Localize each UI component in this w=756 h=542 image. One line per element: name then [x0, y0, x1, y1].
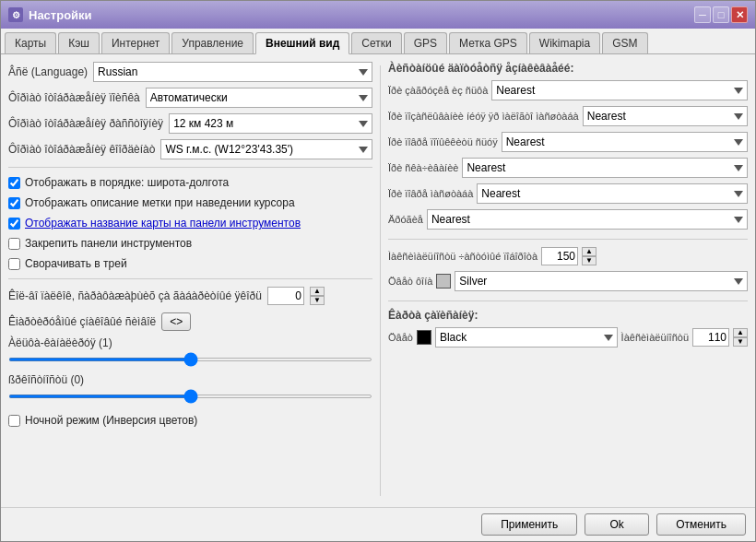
- bg-color-swatch: [436, 274, 451, 289]
- tab-internet[interactable]: Интернет: [101, 32, 170, 53]
- tab-upravlenie[interactable]: Управление: [171, 32, 254, 53]
- bg-color-select[interactable]: Silver: [455, 271, 748, 291]
- symbol-row: Êiàðòèðóåìûé çíàêîâûé ñèìâîë <>: [8, 312, 372, 331]
- spinner-row: Êîë-âî ïàëêîê, ñàðàôàæàþùèõ çà ãàáàðèòíû…: [8, 287, 372, 305]
- titlebar: ⚙ Настройки ─ □ ✕: [1, 1, 755, 29]
- tabs-bar: Карты Кэш Интернет Управление Внешний ви…: [1, 29, 755, 54]
- night-mode-row: Ночной режим (Инверсия цветов): [8, 414, 372, 427]
- text-section-title: Êàðòà çàïèñàíèÿ:: [388, 309, 748, 322]
- right-row-0: Ïðè çàãðóçêå èç ñüôà Nearest: [388, 80, 748, 100]
- cancel-button[interactable]: Отменить: [656, 513, 746, 536]
- max-size-label: Ìàêñèìàëüíîñòü ÷àñòóìûé ïîáîðîòà: [388, 251, 537, 262]
- panel-separator: [380, 65, 381, 496]
- app-icon: ⚙: [8, 7, 23, 22]
- window-title: Настройки: [29, 8, 694, 22]
- right-row-4: Ïðè ïîâðå ìàñøòàáà Nearest: [388, 183, 748, 204]
- right-label-5: Äðóãèå: [388, 214, 423, 225]
- language-select[interactable]: Russian: [93, 62, 372, 82]
- max-size-down[interactable]: ▼: [582, 256, 597, 265]
- right-select-5[interactable]: Nearest: [427, 209, 748, 230]
- right-select-4[interactable]: Nearest: [477, 183, 748, 204]
- spinner-label: Êîë-âî ïàëêîê, ñàðàôàæàþùèõ çà ãàáàðèòíû…: [8, 289, 262, 302]
- checkbox-pin-label: Закрепить панели инструментов: [25, 237, 192, 250]
- right-label-3: Ïðè ñêà÷èâàíèè: [388, 162, 458, 173]
- checkbox-pin-input[interactable]: [8, 238, 20, 250]
- max-size-up[interactable]: ▲: [582, 247, 597, 256]
- night-mode-label: Ночной режим (Инверсия цветов): [25, 414, 197, 427]
- right-section-title: Àèñòàíöûé äàïòóåòñÿ åçíàêèâàåéé:: [388, 62, 748, 75]
- tab-wikimapia[interactable]: Wikimapia: [529, 32, 600, 53]
- checkbox-pin: Закрепить панели инструментов: [8, 236, 372, 251]
- spinner-input[interactable]: [267, 287, 304, 305]
- alpha-slider[interactable]: [8, 358, 372, 361]
- coord-select[interactable]: WS г.м.с. (W12°23'43.35'): [160, 139, 372, 159]
- checkbox-tray-label: Сворачивать в трей: [25, 257, 127, 270]
- format-select[interactable]: Автоматически: [146, 88, 372, 108]
- text-color-label: Öâåò: [388, 332, 413, 343]
- tab-gps[interactable]: GPS: [404, 32, 447, 53]
- right-select-2[interactable]: Nearest: [502, 132, 748, 152]
- text-color-row: Öâåò Black Ìàêñèìàëüíîñòü ▲ ▼: [388, 327, 748, 348]
- max-size-spinner: ▲ ▼: [582, 247, 597, 265]
- checkbox-desc-label: Отображать описание метки при наведении …: [25, 196, 295, 209]
- text-size-up[interactable]: ▲: [733, 328, 748, 337]
- language-row: Âñё (Language) Russian: [8, 62, 372, 82]
- brightness-slider[interactable]: [8, 395, 372, 398]
- apply-button[interactable]: Применить: [481, 513, 577, 536]
- brightness-section: ßðêîñòíîñòü (0): [8, 373, 372, 405]
- right-select-1[interactable]: Nearest: [583, 106, 748, 126]
- right-row-5: Äðóãèå Nearest: [388, 209, 748, 230]
- coord-row: Ôîðìàò îòîáðàæåíèÿ êîîðäèíàò WS г.м.с. (…: [8, 139, 372, 159]
- checkbox-order: Отображать в порядке: широта-долгота: [8, 175, 372, 190]
- format-label: Ôîðìàò îòîáðàæåíèÿ ïîèñêà: [8, 91, 140, 104]
- format-row: Ôîðìàò îòîáðàæåíèÿ ïîèñêà Автоматически: [8, 88, 372, 108]
- night-mode-checkbox[interactable]: [8, 415, 20, 427]
- content-area: Âñё (Language) Russian Ôîðìàò îòîáðàæåíè…: [1, 54, 755, 507]
- right-select-3[interactable]: Nearest: [462, 158, 748, 178]
- maximize-button[interactable]: □: [713, 6, 729, 23]
- checkbox-name-input[interactable]: [8, 218, 20, 230]
- spin-down-button[interactable]: ▼: [310, 296, 325, 305]
- ok-button[interactable]: Ok: [585, 513, 649, 536]
- checkbox-desc: Отображать описание метки при наведении …: [8, 195, 372, 210]
- brightness-label: ßðêîñòíîñòü (0): [8, 373, 372, 386]
- tab-karty[interactable]: Карты: [5, 32, 56, 53]
- bg-color-label: Öâåò ôîíà: [388, 276, 432, 287]
- alpha-label: Àëüôà-êàíàëèðóÿ (1): [8, 336, 372, 349]
- checkbox-order-label: Отображать в порядке: широта-долгота: [25, 176, 229, 189]
- checkbox-name: Отображать название карты на панели инст…: [8, 216, 372, 230]
- distance-row: Ôîðìàò îòîáðàæåíèÿ ðàññòîÿíèÿ 12 км 423 …: [8, 113, 372, 134]
- tab-gsm[interactable]: GSM: [602, 32, 647, 53]
- right-panel: Àèñòàíöûé äàïòóåòñÿ åçíàêèâàåéé: Ïðè çàã…: [388, 62, 748, 500]
- checkbox-tray-input[interactable]: [8, 258, 20, 270]
- toggle-button[interactable]: <>: [161, 312, 191, 331]
- distance-select[interactable]: 12 км 423 м: [169, 113, 372, 134]
- text-size-label: Ìàêñèìàëüíîñòü: [621, 332, 689, 343]
- tab-vneshvid[interactable]: Внешний вид: [255, 32, 349, 54]
- max-size-input[interactable]: [541, 247, 578, 265]
- tab-kesh[interactable]: Кэш: [58, 32, 100, 53]
- text-color-select[interactable]: Black: [435, 327, 618, 348]
- right-row-2: Ïðè ïîâðå ïîïûêêèòü ñüóÿ Nearest: [388, 132, 748, 152]
- tab-setki[interactable]: Сетки: [351, 32, 401, 53]
- bg-color-row: Öâåò ôîíà Silver: [388, 271, 748, 291]
- text-size-down[interactable]: ▼: [733, 337, 748, 347]
- minimize-button[interactable]: ─: [694, 6, 711, 23]
- spin-up-button[interactable]: ▲: [310, 287, 325, 296]
- max-size-row: Ìàêñèìàëüíîñòü ÷àñòóìûé ïîáîðîòà ▲ ▼: [388, 247, 748, 265]
- text-color-swatch: [417, 330, 431, 345]
- checkbox-desc-input[interactable]: [8, 197, 20, 209]
- language-label: Âñё (Language): [8, 65, 88, 78]
- bottom-bar: Применить Ok Отменить: [1, 507, 755, 541]
- right-row-1: Ïðè ïîçàñëûâàíèè íéóÿ ÿð ìàëîãòî ìàñøòàá…: [388, 106, 748, 126]
- text-size-input[interactable]: [692, 328, 729, 347]
- tab-metka-gps[interactable]: Метка GPS: [449, 32, 527, 53]
- checkbox-name-label: Отображать название карты на панели инст…: [25, 217, 301, 230]
- right-row-3: Ïðè ñêà÷èâàíèè Nearest: [388, 158, 748, 178]
- right-select-0[interactable]: Nearest: [491, 80, 748, 100]
- checkbox-order-input[interactable]: [8, 177, 20, 189]
- brightness-slider-track: [8, 388, 372, 405]
- close-button[interactable]: ✕: [731, 6, 748, 23]
- symbol-label: Êiàðòèðóåìûé çíàêîâûé ñèìâîë: [8, 315, 156, 328]
- text-size-spinner: ▲ ▼: [733, 328, 748, 347]
